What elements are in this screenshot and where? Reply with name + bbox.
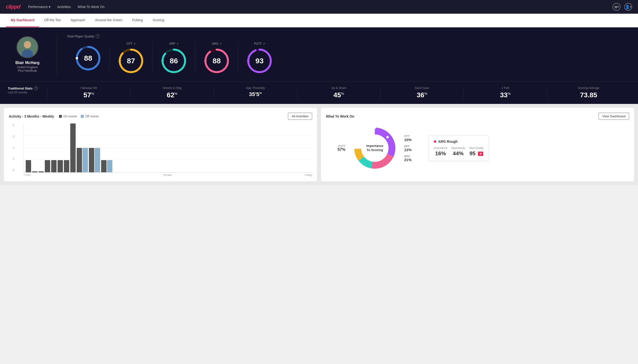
- bar-on: [26, 160, 31, 172]
- circle-label-arg: ARG ↗: [212, 42, 221, 46]
- bar-group-11: [101, 160, 112, 172]
- user-icon: 👤: [625, 5, 630, 9]
- all-activities-button[interactable]: All Activities: [288, 113, 312, 120]
- svg-point-1: [24, 41, 31, 48]
- y-label-0: 0: [9, 169, 14, 172]
- info-card-title: ARG Rough: [434, 140, 484, 144]
- ring-total: 88: [75, 45, 102, 72]
- bar-on: [89, 148, 94, 172]
- circle-putt: PUTT ↗ 93: [238, 42, 281, 74]
- bar-group-7: [64, 160, 69, 172]
- bar-on: [45, 160, 50, 172]
- svg-point-8: [118, 60, 121, 62]
- nav-right: ⊕ ▾ 👤 ▾: [612, 3, 632, 11]
- metric-importance: Importance 16%: [434, 146, 447, 157]
- what-panel-title: What To Work On: [326, 114, 354, 118]
- user-menu-button[interactable]: 👤 ▾: [624, 3, 632, 11]
- svg-point-14: [204, 60, 207, 62]
- ring-value-app: 86: [170, 57, 178, 65]
- ring-value-total: 88: [84, 54, 92, 62]
- bar-on: [58, 160, 63, 172]
- svg-point-5: [76, 57, 78, 60]
- x-labels: 7 Feb 28 Mar 9 May: [24, 174, 312, 176]
- stats-subtitle: Last 20 rounds: [8, 91, 47, 94]
- bar-group-2: [32, 171, 38, 172]
- info-card: ARG Rough Importance 16% Opportunity 44%…: [429, 136, 489, 161]
- bar-on: [77, 148, 82, 172]
- bar-group-3: [39, 171, 44, 172]
- bar-on: [32, 171, 38, 172]
- what-to-work-on-panel: What To Work On View Dashboard PUTT 57%: [321, 108, 634, 182]
- activity-panel-header: Activity - 3 Months - Weekly On course O…: [9, 113, 312, 120]
- bar-group-9: [77, 148, 88, 172]
- bar-group-10: [89, 148, 100, 172]
- player-info: Blair McHarg United Kingdom Plus Handica…: [8, 36, 47, 72]
- tab-scoring[interactable]: Scoring: [148, 14, 169, 27]
- legend: On course Off course: [59, 115, 99, 118]
- ring-arg: 88: [203, 48, 230, 74]
- svg-point-22: [374, 126, 376, 129]
- app-label: APP 12%: [404, 145, 424, 152]
- svg-point-2: [22, 50, 33, 58]
- help-icon: ?: [34, 86, 38, 90]
- legend-on-course: On course: [59, 115, 77, 118]
- bar-off: [107, 160, 112, 172]
- tab-off-the-tee[interactable]: Off the Tee: [39, 14, 66, 27]
- ring-app: 86: [160, 48, 187, 74]
- help-icon: ?: [96, 34, 100, 38]
- stat-greens-in-reg: Greens In Reg 62%: [130, 86, 214, 99]
- add-button[interactable]: ⊕ ▾: [612, 3, 620, 11]
- putt-label: PUTT 57%: [338, 144, 345, 152]
- quality-circles: 88 OTT ↗ 87: [67, 42, 630, 74]
- bar-chart: [24, 124, 312, 172]
- ring-value-ott: 87: [127, 57, 135, 65]
- arrow-icon: ↗: [219, 42, 222, 46]
- circle-label-putt: PUTT ↗: [254, 42, 265, 46]
- sub-nav: My Dashboard Off the Tee Approach Around…: [0, 14, 638, 28]
- stat-1-putt: 1 Putt 33%: [464, 86, 547, 99]
- view-dashboard-button[interactable]: View Dashboard: [599, 113, 629, 120]
- stats-label-group: Traditional Stats ? Last 20 rounds: [8, 86, 47, 94]
- circle-arg: ARG ↗ 88: [195, 42, 238, 74]
- circle-total: 88: [67, 45, 110, 72]
- legend-box-off: [81, 115, 84, 118]
- arrow-icon: ↗: [133, 42, 136, 46]
- stat-fairways-hit: Fairways Hit 57%: [47, 86, 130, 99]
- stat-sand-save: Sand Save 36%: [380, 86, 464, 99]
- bar-on: [70, 124, 76, 172]
- ring-value-arg: 88: [212, 57, 221, 65]
- stat-items: Fairways Hit 57% Greens In Reg 62% App. …: [47, 86, 630, 99]
- ring-value-putt: 93: [255, 57, 263, 65]
- ring-putt: 93: [246, 48, 273, 74]
- circle-label-app: APP ↗: [169, 42, 178, 46]
- y-label-2: 2: [9, 146, 14, 149]
- tab-approach[interactable]: Approach: [66, 14, 90, 27]
- nav-links: Performance ▾ Activities What To Work On: [28, 5, 605, 9]
- tab-putting[interactable]: Putting: [127, 14, 148, 27]
- tab-my-dashboard[interactable]: My Dashboard: [6, 14, 39, 27]
- donut-section: PUTT 57%: [326, 124, 629, 172]
- donut-chart: Importance To Scoring: [350, 124, 399, 172]
- stat-scoring-average: Scoring Average 73.85: [547, 86, 630, 99]
- stats-title: Traditional Stats ?: [8, 86, 47, 90]
- bar-on: [101, 160, 106, 172]
- legend-box-on: [59, 115, 62, 118]
- bar-chart-outer: 4 3 2 1 0: [9, 124, 312, 176]
- nav-performance[interactable]: Performance ▾: [28, 5, 50, 9]
- y-label-1: 1: [9, 158, 14, 160]
- stats-bar: Traditional Stats ? Last 20 rounds Fairw…: [0, 81, 638, 104]
- svg-point-23: [393, 158, 395, 160]
- tab-around-the-green[interactable]: Around the Green: [90, 14, 127, 27]
- plus-icon: ⊕: [614, 5, 617, 9]
- info-card-metrics: Importance 16% Opportunity 44% Shot Qual…: [434, 146, 484, 157]
- bar-group-4: [45, 160, 50, 172]
- x-label-feb: 7 Feb: [24, 174, 30, 176]
- chevron-down-icon: ▾: [617, 6, 619, 8]
- nav-what-to-work-on[interactable]: What To Work On: [78, 5, 105, 9]
- bar-on: [51, 160, 57, 172]
- player-handicap: Plus Handicap: [18, 69, 37, 72]
- info-dot: [434, 140, 436, 143]
- nav-activities[interactable]: Activities: [57, 5, 71, 9]
- metric-opportunity: Opportunity 44%: [451, 146, 465, 157]
- chevron-down-icon: ▾: [49, 5, 50, 9]
